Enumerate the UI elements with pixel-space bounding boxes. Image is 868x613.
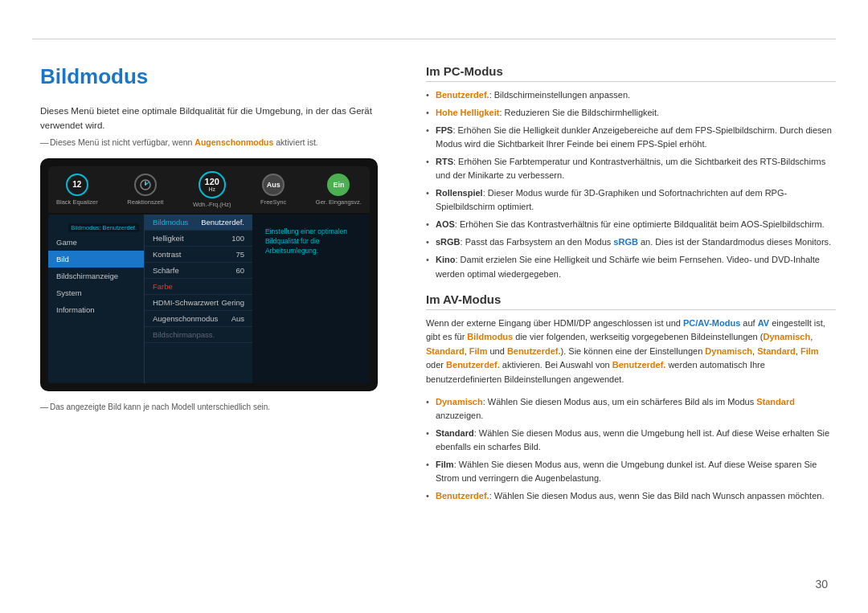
- list-item-rollenspiel: Rollenspiel: Dieser Modus wurde für 3D-G…: [426, 186, 836, 214]
- list-item-kino: Kino: Damit erzielen Sie eine Helligkeit…: [426, 253, 836, 280]
- list-item-rts: RTS: Erhöhen Sie Farbtemperatur und Kont…: [426, 155, 836, 182]
- left-column: Bildmodus Dieses Menü bietet eine optima…: [40, 64, 394, 411]
- av-list-standard: Standard: Wählen Sie diesen Modus aus, w…: [426, 427, 836, 454]
- monitor-screen: Bildmodus: Benutzerdef. Game Bild Bildsc…: [48, 215, 370, 383]
- menu-row-augenschon: Augenschonmodus Aus: [145, 311, 252, 327]
- list-item-helligkeit: Hohe Helligkeit: Reduzieren Sie die Bild…: [426, 106, 836, 120]
- page-title: Bildmodus: [40, 64, 394, 89]
- sidebar-bild: Bild: [48, 251, 144, 268]
- sidebar-game: Game: [48, 234, 144, 251]
- monitor-top-bar: 12 Black Equalizer Reaktionszeit 120 Hz: [48, 166, 370, 213]
- svg-line-1: [145, 182, 149, 185]
- menu-header-row: Bildmodus Benutzerdef.: [145, 215, 252, 231]
- menu-row-kontrast: Kontrast 75: [145, 247, 252, 263]
- list-item-fps: FPS: Erhöhen Sie die Helligkeit dunkler …: [426, 124, 836, 151]
- menu-row-helligkeit: Helligkeit 100: [145, 231, 252, 247]
- menu-row-bildschirm: Bildschirmanpass.: [145, 327, 252, 343]
- av-list-dynamisch: Dynamisch: Wählen Sie diesen Modus aus, …: [426, 395, 836, 423]
- gauge-reaktionszeit: Reaktionszeit: [127, 174, 163, 206]
- intro-text: Dieses Menü bietet eine optimale Bildqua…: [40, 104, 394, 133]
- pc-modus-section: Im PC-Modus Benutzerdef.: Bildschirmeins…: [426, 64, 836, 281]
- augenschonmodus-highlight: Augenschonmodus: [194, 137, 273, 147]
- list-item-srgb: sRGB: Passt das Farbsystem an den Modus …: [426, 235, 836, 249]
- bottom-note: Das angezeigte Bild kann je nach Modell …: [40, 403, 394, 411]
- av-list-film: Film: Wählen Sie diesen Modus aus, wenn …: [426, 458, 836, 485]
- monitor-sidebar: Bildmodus: Benutzerdef. Game Bild Bildsc…: [48, 215, 145, 383]
- note-text: Dieses Menü ist nicht verfügbar, wenn Au…: [40, 137, 394, 147]
- monitor-mockup: 12 Black Equalizer Reaktionszeit 120 Hz: [40, 158, 378, 391]
- page-number: 30: [815, 578, 828, 591]
- gauge-black-equalizer: 12 Black Equalizer: [56, 174, 98, 206]
- av-modus-title: Im AV-Modus: [426, 292, 836, 310]
- gauge-eingangsvz: Ein Ger. Eingangsvz.: [316, 174, 362, 206]
- monitor-info-box: Einstellung einer optimalen Bildqualität…: [259, 221, 363, 377]
- sidebar-information: Information: [48, 301, 144, 318]
- gauge-freq: 120 Hz Wdh.-Frq.(Hz): [193, 171, 231, 208]
- top-divider: [32, 39, 836, 39]
- menu-row-schaerfe: Schärfe 60: [145, 263, 252, 279]
- list-item-benutzerdef: Benutzerdef.: Bildschirmeinstellungen an…: [426, 88, 836, 102]
- pc-modus-title: Im PC-Modus: [426, 64, 836, 82]
- av-modus-section: Im AV-Modus Wenn der externe Eingang übe…: [426, 292, 836, 503]
- av-modus-list: Dynamisch: Wählen Sie diesen Modus aus, …: [426, 395, 836, 503]
- sidebar-bildschirmanzeige: Bildschirmanzeige: [48, 268, 144, 284]
- monitor-main-content: Bildmodus Benutzerdef. Helligkeit 100 Ko…: [145, 215, 252, 383]
- gauge-freesync: Aus FreeSync: [260, 174, 286, 206]
- menu-row-farbe: Farbe: [145, 279, 252, 295]
- av-list-benutzerdef: Benutzerdef.: Wählen Sie diesen Modus au…: [426, 489, 836, 503]
- sidebar-system: System: [48, 284, 144, 301]
- list-item-aos: AOS: Erhöhen Sie das Kontrastverhältnis …: [426, 218, 836, 231]
- pc-modus-list: Benutzerdef.: Bildschirmeinstellungen an…: [426, 88, 836, 281]
- av-modus-desc: Wenn der externe Eingang über HDMI/DP an…: [426, 317, 836, 387]
- right-column: Im PC-Modus Benutzerdef.: Bildschirmeins…: [426, 64, 836, 514]
- menu-row-hdmi: HDMI-Schwarzwert Gering: [145, 295, 252, 311]
